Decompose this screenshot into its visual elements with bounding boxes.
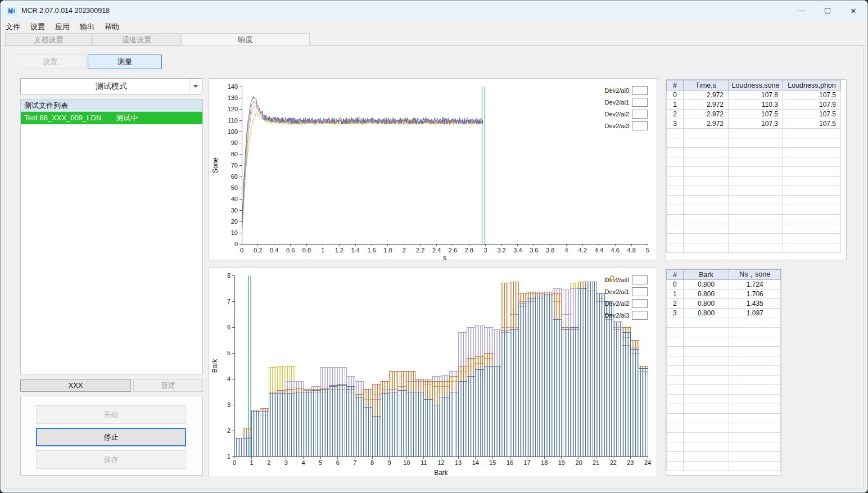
menu-apply[interactable]: 应用 (50, 21, 75, 33)
minimize-button[interactable] (789, 1, 815, 21)
column-header: Loudness,sone (729, 80, 783, 91)
svg-text:Bark: Bark (434, 469, 449, 477)
stop-button[interactable]: 停止 (36, 428, 186, 446)
table-row[interactable] (667, 433, 781, 442)
legend-label: Dev2/ai1 (605, 288, 629, 295)
table-row[interactable] (667, 177, 841, 186)
svg-text:8: 8 (227, 272, 230, 279)
loudness-table[interactable]: #Time,sLoudness,soneLoudness,phon02.9721… (666, 80, 841, 253)
svg-text:7: 7 (227, 298, 230, 305)
new-button[interactable]: 新建 (133, 379, 203, 392)
tab-channel-settings[interactable]: 通道设置 (92, 33, 181, 46)
dropdown-arrow-box[interactable] (189, 79, 201, 93)
bark-table[interactable]: #BarkNs，sone00.8001.72410.8001.70620.800… (666, 269, 781, 471)
table-row[interactable]: 20.8001.435 (667, 299, 781, 309)
loudness-time-chart[interactable]: 010203040506070809010011012013014000.20.… (209, 79, 658, 261)
table-row[interactable] (667, 347, 781, 356)
table-row[interactable]: 00.8001.724 (667, 280, 781, 290)
loudness-time-chart-panel: 010203040506070809010011012013014000.20.… (209, 78, 657, 260)
bar-sample-icon (632, 311, 648, 320)
table-row[interactable] (667, 414, 781, 423)
menu-settings[interactable]: 设置 (25, 21, 50, 33)
table-row[interactable] (667, 452, 781, 462)
svg-text:7: 7 (353, 459, 356, 466)
column-header: # (667, 80, 684, 91)
table-row[interactable] (667, 196, 841, 205)
legend-item: Dev2/ai3 (605, 121, 648, 131)
line-sample-icon (632, 98, 648, 107)
svg-text:14: 14 (472, 459, 479, 466)
table-row[interactable] (667, 148, 841, 157)
table-row[interactable] (667, 328, 781, 337)
column-header: Bark (683, 270, 729, 280)
menu-help[interactable]: 帮助 (100, 21, 124, 33)
svg-text:140: 140 (228, 83, 238, 90)
table-row[interactable] (667, 366, 781, 376)
table-row[interactable] (667, 224, 841, 234)
table-row[interactable] (667, 129, 841, 138)
table-row[interactable] (667, 442, 781, 452)
table-row[interactable] (667, 167, 841, 177)
xxx-button[interactable]: XXX (20, 379, 131, 392)
file-name: Test 88_XXX_009_LDN (24, 112, 101, 124)
measure-subtab-button[interactable]: 测量 (88, 55, 162, 69)
tab-loudness[interactable]: 响度 (181, 33, 310, 46)
table-row[interactable] (667, 215, 841, 224)
specific-loudness-chart-panel: 1234567801234567891011121314151617181920… (209, 268, 657, 477)
settings-subtab-button[interactable]: 设置 (15, 55, 85, 69)
table-row[interactable] (667, 356, 781, 366)
bar-sample-icon (632, 299, 648, 308)
svg-text:16: 16 (507, 459, 513, 466)
file-list-item[interactable]: Test 88_XXX_009_LDN 测试中 (21, 112, 202, 124)
table-row[interactable] (667, 138, 841, 148)
tab-document-settings[interactable]: 文档设置 (5, 33, 92, 46)
svg-text:4.4: 4.4 (595, 247, 603, 254)
line-sample-icon (632, 86, 648, 95)
table-row[interactable] (667, 376, 781, 385)
specific-loudness-chart[interactable]: 1234567801234567891011121314151617181920… (209, 268, 658, 478)
table-row[interactable]: 12.972110.3107.9 (667, 100, 841, 110)
table-row[interactable] (667, 385, 781, 395)
table-row[interactable] (667, 337, 781, 347)
menu-output[interactable]: 输出 (75, 21, 100, 33)
close-button[interactable]: ✕ (840, 1, 866, 21)
maximize-button[interactable] (815, 1, 840, 21)
svg-text:2.2: 2.2 (416, 247, 424, 254)
table-row[interactable] (667, 186, 841, 196)
table-row[interactable] (667, 395, 781, 404)
column-header: # (667, 270, 684, 280)
svg-text:0.6: 0.6 (286, 247, 295, 254)
table-row[interactable] (667, 243, 841, 253)
table-row[interactable] (667, 423, 781, 433)
chart1-legend: Dev2/ai0Dev2/ai1Dev2/ai2Dev2/ai3 (605, 85, 648, 131)
table-row[interactable]: 10.8001.706 (667, 290, 781, 299)
table-row[interactable] (667, 404, 781, 414)
minimize-icon (799, 11, 805, 11)
svg-text:40: 40 (231, 196, 238, 202)
svg-text:20: 20 (231, 218, 238, 225)
svg-text:19: 19 (558, 459, 565, 466)
svg-text:4.6: 4.6 (611, 247, 620, 254)
table-row[interactable] (667, 318, 781, 328)
svg-text:2.8: 2.8 (465, 247, 473, 254)
table-row[interactable] (667, 157, 841, 167)
line-sample-icon (632, 110, 648, 119)
table-row[interactable]: 30.8001.097 (667, 309, 781, 318)
menu-file[interactable]: 文件 (1, 21, 25, 33)
table-row[interactable]: 32.972107.3107.5 (667, 119, 841, 129)
svg-text:0.4: 0.4 (270, 247, 278, 254)
start-button[interactable]: 开始 (36, 405, 186, 424)
table-row[interactable] (667, 205, 841, 215)
svg-text:100: 100 (228, 128, 238, 135)
legend-item: Dev2/ai1 (605, 287, 648, 297)
svg-text:5: 5 (227, 350, 230, 356)
test-mode-dropdown[interactable]: 测试模式 (20, 78, 202, 94)
table-row[interactable]: 02.972107.8107.5 (667, 91, 841, 100)
table-row[interactable]: 22.972107.5107.5 (667, 110, 841, 119)
save-button[interactable]: 保存 (36, 450, 186, 469)
svg-text:3.8: 3.8 (546, 247, 554, 254)
title-bar[interactable]: MCR 2.07.0.014 202300918 ✕ (1, 1, 867, 21)
table-row[interactable] (667, 462, 781, 471)
svg-text:3: 3 (483, 247, 487, 254)
table-row[interactable] (667, 234, 841, 243)
